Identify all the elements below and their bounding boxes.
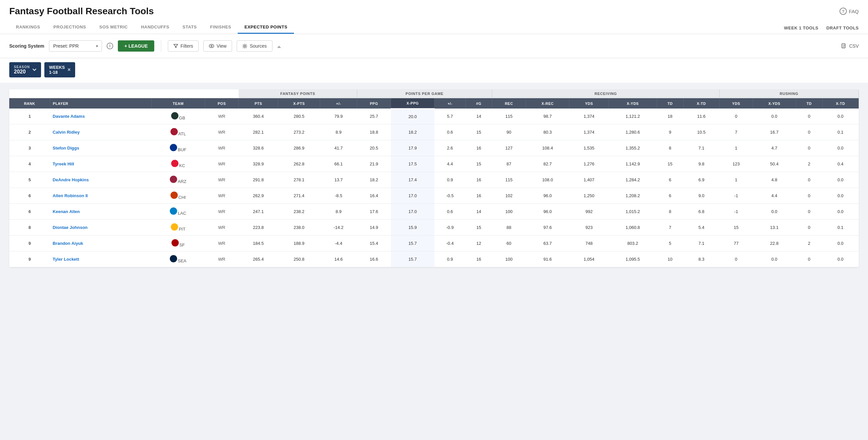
col-xpts[interactable]: X-PTS	[278, 98, 320, 109]
cell-3: WR	[205, 108, 239, 124]
col-ppg-plus[interactable]: +/-	[434, 98, 465, 109]
cell-15: 18	[657, 108, 683, 124]
cell-4: 328.6	[239, 140, 278, 156]
cell-5: 271.4	[278, 188, 320, 204]
cell-1[interactable]: Davante Adams	[50, 108, 151, 124]
nav-draft-tools[interactable]: DRAFT TOOLS	[826, 26, 859, 30]
cell-1[interactable]: DeAndre Hopkins	[50, 172, 151, 188]
cell-14: 1,355.2	[609, 140, 657, 156]
nav-item-finishes[interactable]: FINISHES	[204, 21, 238, 34]
team-logo	[170, 144, 177, 151]
col-xrec[interactable]: X-REC	[526, 98, 569, 109]
nav-item-handcuffs[interactable]: HANDCUFFS	[134, 21, 176, 34]
cell-7: 21.9	[357, 156, 391, 172]
scoring-info-icon[interactable]: i	[106, 43, 113, 49]
cell-4: 360.4	[239, 108, 278, 124]
cell-18: 13.1	[753, 220, 796, 236]
cell-9: 2.6	[434, 140, 465, 156]
col-player[interactable]: PLAYER	[50, 98, 151, 109]
cell-1[interactable]: Keenan Allen	[50, 204, 151, 220]
col-rank[interactable]: RANK	[9, 98, 50, 109]
cell-3: WR	[205, 140, 239, 156]
scoring-select-wrapper[interactable]: Preset: PPR Preset: Half PPR Preset: Sta…	[49, 40, 102, 52]
cell-17: 0	[719, 108, 753, 124]
cell-9: 4.4	[434, 156, 465, 172]
filters-button[interactable]: Filters	[168, 40, 198, 52]
cell-4: 291.8	[239, 172, 278, 188]
cell-8: 15.7	[391, 251, 435, 267]
cell-12: 91.6	[526, 251, 569, 267]
cell-15: 8	[657, 204, 683, 220]
cell-1[interactable]: Diontae Johnson	[50, 220, 151, 236]
cell-15: 7	[657, 220, 683, 236]
scoring-select[interactable]: Preset: PPR Preset: Half PPR Preset: Sta…	[49, 40, 102, 52]
league-button[interactable]: + LEAGUE	[118, 40, 154, 52]
nav-item-stats[interactable]: STATS	[176, 21, 203, 34]
cell-0: 9	[9, 236, 50, 251]
cell-1[interactable]: Stefon Diggs	[50, 140, 151, 156]
col-xppg[interactable]: X-PPG	[391, 98, 435, 109]
sources-button[interactable]: Sources	[237, 40, 272, 52]
cell-5: 250.8	[278, 251, 320, 267]
cell-14: 803.2	[609, 236, 657, 251]
weeks-badge[interactable]: WEEKS 1-18 ×	[44, 62, 75, 77]
svg-point-0	[209, 44, 214, 48]
col-xtd[interactable]: X-TD	[683, 98, 719, 109]
team-logo	[170, 207, 177, 215]
cell-1[interactable]: Calvin Ridley	[50, 124, 151, 140]
cell-0: 8	[9, 220, 50, 236]
cell-1[interactable]: Allen Robinson II	[50, 188, 151, 204]
cell-1[interactable]: Tyreek Hill	[50, 156, 151, 172]
nav-week-tools[interactable]: WEEK 1 TOOLS	[784, 26, 818, 30]
nav-item-sos[interactable]: SOS METRIC	[93, 21, 134, 34]
nav-item-projections[interactable]: PROJECTIONS	[47, 21, 93, 34]
cell-1[interactable]: Tyler Lockett	[50, 251, 151, 267]
cell-19: 0	[796, 251, 822, 267]
col-team[interactable]: TEAM	[151, 98, 205, 109]
weeks-close-icon[interactable]: ×	[67, 67, 70, 73]
cell-16: 5.4	[683, 220, 719, 236]
season-badge[interactable]: SEASON 2020	[9, 62, 41, 77]
cell-11: 90	[492, 124, 526, 140]
nav-item-rankings[interactable]: RANKINGS	[9, 21, 47, 34]
cell-2: PIT	[151, 220, 205, 236]
col-pos[interactable]: POS	[205, 98, 239, 109]
cell-16: 11.6	[683, 108, 719, 124]
cell-0: 2	[9, 124, 50, 140]
cell-10: 15	[465, 220, 492, 236]
col-yds[interactable]: YDS	[569, 98, 609, 109]
season-chevron-icon	[32, 68, 36, 71]
cell-10: 16	[465, 140, 492, 156]
cell-11: 100	[492, 251, 526, 267]
cell-6: 79.9	[320, 108, 357, 124]
col-td[interactable]: TD	[657, 98, 683, 109]
cell-7: 25.7	[357, 108, 391, 124]
col-pts[interactable]: PTS	[239, 98, 278, 109]
cell-20: 0.0	[822, 108, 859, 124]
csv-button[interactable]: CSV	[841, 43, 859, 48]
nav-item-expected-points[interactable]: EXPECTED POINTS	[238, 21, 294, 34]
cell-8: 17.4	[391, 172, 435, 188]
cell-10: 16	[465, 251, 492, 267]
col-rush-xyds[interactable]: X-YDS	[753, 98, 796, 109]
col-ppg[interactable]: PPG	[357, 98, 391, 109]
cell-5: 238.2	[278, 204, 320, 220]
cell-16: 6.9	[683, 172, 719, 188]
cell-11: 88	[492, 220, 526, 236]
col-games[interactable]: #G	[465, 98, 492, 109]
col-plus-minus[interactable]: +/-	[320, 98, 357, 109]
table-row: 8Diontae JohnsonPITWR223.8238.0-14.214.9…	[9, 220, 859, 236]
cell-19: 0	[796, 140, 822, 156]
cell-1[interactable]: Brandon Aiyuk	[50, 236, 151, 251]
col-rush-yds[interactable]: YDS	[719, 98, 753, 109]
col-rush-xtd[interactable]: X-TD	[822, 98, 859, 109]
col-rush-td[interactable]: TD	[796, 98, 822, 109]
col-rec[interactable]: REC	[492, 98, 526, 109]
view-button[interactable]: View	[203, 40, 232, 52]
col-xyds[interactable]: X-YDS	[609, 98, 657, 109]
cell-6: 13.7	[320, 172, 357, 188]
faq-link[interactable]: ? FAQ	[840, 8, 859, 15]
cell-19: 0	[796, 188, 822, 204]
cell-4: 247.1	[239, 204, 278, 220]
eye-icon	[209, 44, 214, 48]
